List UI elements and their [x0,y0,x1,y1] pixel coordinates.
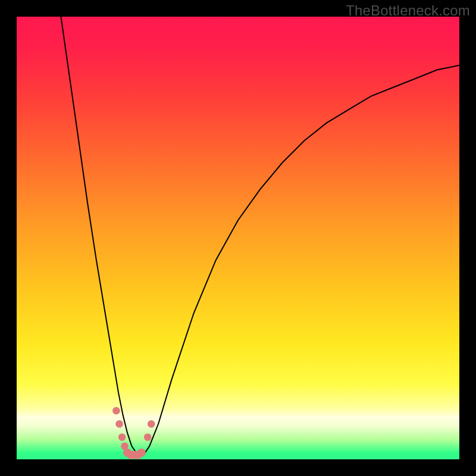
marker-point [115,420,123,428]
marker-point [112,407,120,415]
plot-area [17,17,459,459]
outer-frame: TheBottleneck.com [0,0,476,476]
marker-point [144,434,152,441]
marker-point [148,420,155,428]
chart-svg [17,17,459,459]
marker-point [137,449,146,457]
marker-point [118,434,126,441]
gradient-background [17,17,459,459]
